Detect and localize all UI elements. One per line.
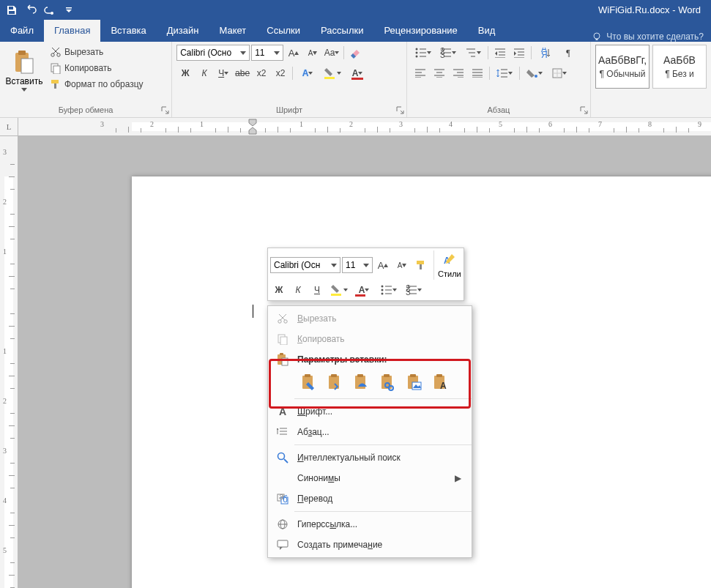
align-center-button[interactable] [431, 65, 448, 81]
paste-image-button[interactable] [403, 371, 426, 393]
mini-bold-button[interactable]: Ж [270, 282, 288, 298]
paste-text-only-button[interactable]: A [429, 371, 453, 393]
strikethrough-button[interactable]: abe [234, 65, 251, 81]
ctx-synonyms[interactable]: Синонимы ▶ [268, 468, 472, 488]
mini-underline-button[interactable]: Ч [308, 282, 326, 298]
format-painter-button[interactable]: Формат по образцу [47, 77, 146, 92]
ribbon-group-label: Абзац [412, 105, 586, 116]
mini-font-size-combo[interactable]: 11 [342, 257, 373, 273]
grow-font-button[interactable]: A [285, 45, 302, 61]
copy-icon [50, 62, 62, 74]
tab-layout[interactable]: Макет [209, 20, 256, 42]
tab-file[interactable]: Файл [0, 20, 44, 42]
svg-point-9 [51, 53, 54, 56]
style-no-spacing[interactable]: АаБбВ ¶ Без и [652, 45, 707, 89]
sort-button[interactable]: AЯ [535, 45, 558, 61]
multilevel-list-button[interactable] [461, 45, 485, 61]
paste-link-button[interactable] [376, 371, 400, 393]
decrease-indent-button[interactable] [491, 45, 509, 61]
mini-font-family-combo[interactable]: Calibri (Осн [270, 257, 340, 273]
align-left-button[interactable] [412, 65, 429, 81]
tab-references[interactable]: Ссылки [256, 20, 310, 42]
font-family-combo[interactable]: Calibri (Осно [176, 45, 250, 61]
mini-bullets-button[interactable] [377, 282, 401, 298]
paste-picture-button[interactable] [350, 371, 373, 393]
svg-point-4 [594, 33, 600, 39]
line-spacing-button[interactable] [493, 65, 516, 81]
svg-rect-14 [54, 83, 56, 89]
style-normal[interactable]: АаБбВвГг, ¶ Обычный [595, 45, 649, 89]
mini-grow-font-button[interactable]: A [374, 257, 392, 273]
tab-home[interactable]: Главная [44, 20, 100, 42]
superscript-button[interactable]: x2 [272, 65, 289, 81]
ctx-paragraph[interactable]: Абзац... [268, 422, 472, 442]
ruler-tab-selector[interactable]: L [0, 118, 18, 136]
shading-button[interactable] [523, 65, 546, 81]
tab-design[interactable]: Дизайн [157, 20, 209, 42]
redo-button[interactable] [41, 2, 59, 18]
mini-shrink-font-button[interactable]: A [393, 257, 411, 273]
tell-me-input[interactable]: Что вы хотите сделать? [584, 31, 711, 42]
tab-view[interactable]: Вид [468, 20, 506, 42]
italic-button[interactable]: К [196, 65, 213, 81]
paste-merge-button[interactable] [324, 371, 347, 393]
svg-rect-27 [420, 264, 422, 269]
svg-point-18 [415, 56, 417, 58]
show-marks-button[interactable]: ¶ [559, 45, 577, 61]
paste-keep-source-button[interactable] [297, 371, 321, 393]
mini-format-painter-button[interactable] [412, 257, 430, 273]
svg-rect-44 [305, 374, 310, 377]
mini-highlight-button[interactable] [327, 282, 351, 298]
borders-button[interactable] [548, 65, 571, 81]
vertical-ruler[interactable]: 321123456789101112 [0, 136, 18, 588]
tab-insert[interactable]: Вставка [100, 20, 156, 42]
increase-indent-button[interactable] [510, 45, 528, 61]
copy-button[interactable]: Копировать [47, 61, 146, 75]
justify-button[interactable] [469, 65, 486, 81]
subscript-button[interactable]: x2 [253, 65, 270, 81]
text-effects-button[interactable]: A [296, 65, 319, 81]
bullets-icon [415, 48, 427, 58]
quick-access-toolbar [3, 2, 78, 18]
launcher-icon[interactable] [578, 105, 589, 115]
ctx-hyperlink[interactable]: Гиперссылка... [268, 514, 472, 535]
ctx-font[interactable]: A Шрифт... [268, 401, 472, 422]
svg-text:A: A [440, 381, 447, 391]
font-size-combo[interactable]: 11 [251, 45, 283, 61]
shrink-font-button[interactable]: A [304, 45, 321, 61]
svg-point-36 [278, 320, 281, 323]
numbering-button[interactable]: 123 [436, 45, 460, 61]
bold-button[interactable]: Ж [176, 65, 194, 81]
numbering-icon: 123 [440, 48, 452, 58]
svg-rect-48 [357, 374, 363, 377]
svg-point-2 [51, 12, 53, 15]
save-button[interactable] [3, 2, 21, 18]
change-case-button[interactable]: Aa [323, 45, 340, 61]
ctx-new-comment[interactable]: Создать примечание [268, 535, 472, 555]
tab-review[interactable]: Рецензирование [373, 20, 467, 42]
highlight-button[interactable] [321, 65, 344, 81]
tab-mailings[interactable]: Рассылки [310, 20, 373, 42]
horizontal-ruler[interactable]: 3211234567891011121314 [18, 118, 711, 136]
cut-button[interactable]: Вырезать [47, 45, 146, 59]
paste-button[interactable]: Вставить [4, 45, 44, 96]
svg-rect-0 [9, 7, 13, 10]
underline-button[interactable]: Ч [215, 65, 232, 81]
bullets-button[interactable] [412, 45, 435, 61]
clear-formatting-button[interactable] [347, 45, 365, 61]
paste-link-icon [380, 373, 396, 391]
undo-button[interactable] [22, 2, 40, 18]
qat-customize-button[interactable] [60, 2, 78, 18]
font-color-button[interactable]: A [346, 65, 369, 81]
ctx-smart-lookup[interactable]: Интеллектуальный поиск [268, 447, 472, 468]
svg-rect-7 [18, 51, 26, 55]
mini-numbering-button[interactable]: 123 [402, 282, 425, 298]
svg-point-16 [415, 48, 417, 51]
launcher-icon[interactable] [160, 105, 170, 115]
mini-font-color-button[interactable]: A [352, 282, 376, 298]
mini-styles-button[interactable]: Стили [438, 269, 461, 278]
mini-italic-button[interactable]: К [289, 282, 307, 298]
launcher-icon[interactable] [395, 105, 405, 115]
ctx-translate[interactable]: aб Перевод [268, 488, 472, 509]
align-right-button[interactable] [450, 65, 467, 81]
